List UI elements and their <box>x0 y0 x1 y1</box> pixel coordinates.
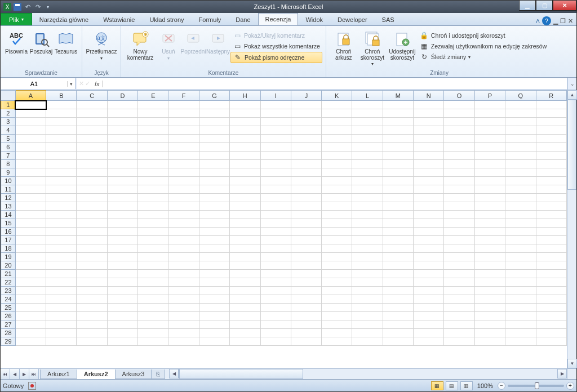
scroll-right-icon[interactable]: ▶ <box>557 369 567 378</box>
cell-F29[interactable] <box>168 337 199 346</box>
cell-I7[interactable] <box>260 152 291 160</box>
hscroll-thumb[interactable] <box>179 369 303 379</box>
cell-C16[interactable] <box>77 228 107 236</box>
cell-J16[interactable] <box>291 228 321 236</box>
cell-A24[interactable] <box>15 295 46 304</box>
cell-A18[interactable] <box>15 244 46 253</box>
cell-Q6[interactable] <box>505 143 536 152</box>
cell-C1[interactable] <box>77 101 107 109</box>
col-header-B[interactable]: B <box>46 91 77 101</box>
cell-K20[interactable] <box>322 261 352 270</box>
cell-O29[interactable] <box>444 337 474 346</box>
cell-B15[interactable] <box>46 219 77 228</box>
undo-icon[interactable]: ↶ <box>23 2 32 11</box>
cell-A27[interactable] <box>15 320 46 329</box>
cell-L13[interactable] <box>352 202 383 211</box>
file-tab[interactable]: Plik ▾ <box>1 13 32 25</box>
cell-B23[interactable] <box>46 287 77 295</box>
row-header-21[interactable]: 21 <box>1 270 16 278</box>
cell-Q12[interactable] <box>505 194 536 202</box>
cell-Q20[interactable] <box>505 261 536 270</box>
cell-D23[interactable] <box>107 287 137 295</box>
cell-H21[interactable] <box>230 270 260 278</box>
zoom-out-button[interactable]: − <box>498 382 505 390</box>
cell-H22[interactable] <box>230 278 260 287</box>
cell-P10[interactable] <box>474 177 505 185</box>
cell-O22[interactable] <box>444 278 474 287</box>
cell-H8[interactable] <box>230 160 260 168</box>
row-header-17[interactable]: 17 <box>1 236 16 244</box>
cell-Q4[interactable] <box>505 126 536 135</box>
cell-A22[interactable] <box>15 278 46 287</box>
cell-N13[interactable] <box>414 202 444 211</box>
cell-G26[interactable] <box>199 312 229 320</box>
cell-G13[interactable] <box>199 202 229 211</box>
thesaurus-button[interactable]: Tezaurus <box>54 28 78 57</box>
cell-D12[interactable] <box>107 194 137 202</box>
cell-L2[interactable] <box>352 109 383 118</box>
cell-O4[interactable] <box>444 126 474 135</box>
cell-N15[interactable] <box>414 219 444 228</box>
cell-Q3[interactable] <box>505 118 536 126</box>
cell-N3[interactable] <box>414 118 444 126</box>
cell-J21[interactable] <box>291 270 321 278</box>
cell-K10[interactable] <box>322 177 352 185</box>
cell-R8[interactable] <box>536 160 567 168</box>
ribbon-tab-formuły[interactable]: Formuły <box>192 13 229 25</box>
cell-E17[interactable] <box>138 236 168 244</box>
cell-H24[interactable] <box>230 295 260 304</box>
cell-N16[interactable] <box>414 228 444 236</box>
cell-M19[interactable] <box>383 253 413 261</box>
col-header-H[interactable]: H <box>230 91 260 101</box>
delete-comment-button[interactable]: Usuń▾ <box>156 28 181 63</box>
cell-E23[interactable] <box>138 287 168 295</box>
cell-D9[interactable] <box>107 168 137 177</box>
cell-K8[interactable] <box>322 160 352 168</box>
cell-R22[interactable] <box>536 278 567 287</box>
cell-J1[interactable] <box>291 101 321 109</box>
formula-expand-icon[interactable]: ⌄ <box>567 78 576 90</box>
cell-I11[interactable] <box>260 185 291 194</box>
cell-E29[interactable] <box>138 337 168 346</box>
cell-C4[interactable] <box>77 126 107 135</box>
cell-P5[interactable] <box>474 135 505 143</box>
cell-B6[interactable] <box>46 143 77 152</box>
cell-P14[interactable] <box>474 211 505 219</box>
cell-A23[interactable] <box>15 287 46 295</box>
cell-N29[interactable] <box>414 337 444 346</box>
cell-F8[interactable] <box>168 160 199 168</box>
cell-F25[interactable] <box>168 304 199 312</box>
cell-J27[interactable] <box>291 320 321 329</box>
cell-R20[interactable] <box>536 261 567 270</box>
cell-A14[interactable] <box>15 211 46 219</box>
row-header-8[interactable]: 8 <box>1 160 16 168</box>
cell-I28[interactable] <box>260 329 291 337</box>
cell-I26[interactable] <box>260 312 291 320</box>
cell-B4[interactable] <box>46 126 77 135</box>
cell-P18[interactable] <box>474 244 505 253</box>
cell-H6[interactable] <box>230 143 260 152</box>
cell-B18[interactable] <box>46 244 77 253</box>
cell-L28[interactable] <box>352 329 383 337</box>
cell-P29[interactable] <box>474 337 505 346</box>
cell-K3[interactable] <box>322 118 352 126</box>
cell-G15[interactable] <box>199 219 229 228</box>
cell-B8[interactable] <box>46 160 77 168</box>
cell-H10[interactable] <box>230 177 260 185</box>
cell-I20[interactable] <box>260 261 291 270</box>
cell-R9[interactable] <box>536 168 567 177</box>
cell-C15[interactable] <box>77 219 107 228</box>
page-layout-view-button[interactable]: ▤ <box>446 381 458 390</box>
cell-N10[interactable] <box>414 177 444 185</box>
cell-B20[interactable] <box>46 261 77 270</box>
cell-H25[interactable] <box>230 304 260 312</box>
cell-A1[interactable] <box>15 101 46 109</box>
cell-M24[interactable] <box>383 295 413 304</box>
cell-Q24[interactable] <box>505 295 536 304</box>
cell-N26[interactable] <box>414 312 444 320</box>
cell-H18[interactable] <box>230 244 260 253</box>
window-close-button[interactable] <box>553 1 576 11</box>
cell-O14[interactable] <box>444 211 474 219</box>
row-header-5[interactable]: 5 <box>1 135 16 143</box>
cell-F6[interactable] <box>168 143 199 152</box>
